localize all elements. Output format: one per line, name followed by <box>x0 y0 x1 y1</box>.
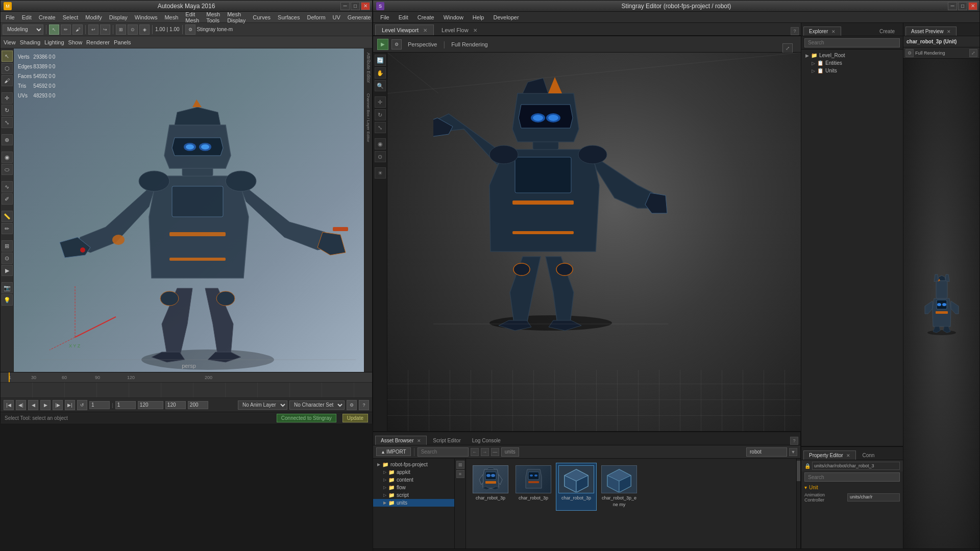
asset-search-input[interactable] <box>418 447 469 457</box>
undo-btn[interactable]: ↩ <box>88 24 99 35</box>
maya-menu-create[interactable]: Create <box>36 13 59 21</box>
nav-focus-btn[interactable]: ◉ <box>375 138 386 149</box>
close-asset-browser[interactable]: ✕ <box>417 438 421 443</box>
redo-btn[interactable]: ↪ <box>100 24 110 35</box>
maya-3d-viewport[interactable]: Verts 29386 0 0 Edges 83389 0 0 Faces 54… <box>14 48 364 373</box>
nav-forward-btn[interactable]: → <box>481 448 489 456</box>
explorer-item-units[interactable]: ▷ 📋 Units <box>801 67 903 74</box>
attribute-editor-label[interactable]: Attribute Editor <box>366 53 371 83</box>
maya-minimize-btn[interactable]: ─ <box>340 2 350 10</box>
tab-level-flow[interactable]: Level Flow ✕ <box>435 24 484 35</box>
step-fwd-btn[interactable]: |▶ <box>53 400 63 410</box>
sr-menu-help[interactable]: Help <box>469 13 488 21</box>
anim-help-btn[interactable]: ? <box>359 400 369 410</box>
play-back-btn[interactable]: ◀ <box>28 400 38 410</box>
maya-maximize-btn[interactable]: □ <box>351 2 360 10</box>
sr-menu-edit[interactable]: Edit <box>395 13 412 21</box>
anim-layer-select[interactable]: No Anim Layer <box>238 400 287 410</box>
paint-tool-btn[interactable]: ✏ <box>61 24 71 35</box>
asset-item-1[interactable]: char_robot_3p <box>513 463 554 511</box>
play-simulation-btn[interactable]: ▶ <box>377 39 388 50</box>
maya-menu-display[interactable]: Display <box>106 13 131 21</box>
brush-tool-btn[interactable]: 🖌 <box>72 24 83 35</box>
tab-explorer[interactable]: Explorer ✕ <box>803 27 841 36</box>
tab-connections[interactable]: Conn <box>857 451 879 460</box>
maya-menu-select[interactable]: Select <box>60 13 82 21</box>
loop-btn[interactable]: ↺ <box>77 400 87 410</box>
range-start[interactable] <box>165 401 186 409</box>
asset-item-3[interactable]: char_robot_3p_ene my <box>599 463 640 511</box>
sr-menu-file[interactable]: File <box>376 13 394 21</box>
scrollbar-thumb[interactable] <box>797 461 800 481</box>
tree-item-script[interactable]: ▷ 📁 script <box>373 491 454 499</box>
grid-view-btn[interactable]: ⊞ <box>456 461 464 469</box>
snap-grid-btn[interactable]: ⊞ <box>116 24 126 35</box>
preview-settings-btn[interactable]: ⚙ <box>905 49 914 57</box>
renderer-menu[interactable]: Renderer <box>86 39 110 45</box>
connected-to-stingray-btn[interactable]: Connected to Stingray <box>277 414 336 422</box>
maya-close-btn[interactable]: ✕ <box>361 2 370 10</box>
maya-menu-edit-mesh[interactable]: Edit Mesh <box>182 10 202 24</box>
maya-menu-surfaces[interactable]: Surfaces <box>275 13 303 21</box>
go-to-start-btn[interactable]: |◀ <box>4 400 14 410</box>
maya-menu-windows[interactable]: Windows <box>132 13 161 21</box>
snap-surface-btn[interactable]: ◈ <box>139 24 150 35</box>
play-btn[interactable]: ▶ <box>40 400 51 410</box>
step-back-btn[interactable]: ◀| <box>16 400 26 410</box>
asset-filter-input[interactable] <box>746 447 787 457</box>
tab-script-editor[interactable]: Script Editor <box>428 436 465 445</box>
snap-point-btn[interactable]: ⊙ <box>128 24 138 35</box>
stingray-maximize-btn[interactable]: □ <box>958 2 967 10</box>
property-path-input[interactable] <box>812 462 900 470</box>
scale-tool[interactable]: ⤡ <box>2 117 13 128</box>
start-frame-input[interactable] <box>115 401 136 409</box>
filter-options-btn[interactable]: ▼ <box>789 448 797 456</box>
property-search-input[interactable] <box>804 472 900 482</box>
anim-settings-btn[interactable]: ⚙ <box>347 400 357 410</box>
render-settings-btn[interactable]: ⚙ <box>185 24 195 35</box>
sculpt-tool[interactable]: ⬭ <box>2 164 13 175</box>
view-menu[interactable]: View <box>4 39 16 45</box>
nav-move-btn[interactable]: ✛ <box>375 96 386 108</box>
tab-create[interactable]: Create <box>874 27 900 36</box>
maya-menu-deform[interactable]: Deform <box>304 13 328 21</box>
maya-mode-select[interactable]: Modeling <box>3 24 43 35</box>
maya-menu-curves[interactable]: Curves <box>250 13 274 21</box>
asset-item-2[interactable]: char_robot_3p <box>556 463 597 511</box>
curve-tool[interactable]: ∿ <box>2 181 13 192</box>
show-menu[interactable]: Show <box>68 39 83 45</box>
annotation-tool[interactable]: ✏ <box>2 223 13 234</box>
update-btn[interactable]: Update <box>342 414 368 422</box>
timeline-ruler[interactable]: 1 30 60 90 120 200 <box>1 372 372 383</box>
asset-scrollbar[interactable] <box>796 459 800 548</box>
nav-snap-btn[interactable]: ⊙ <box>375 151 386 162</box>
unit-section-header[interactable]: ▾ Unit <box>804 485 900 490</box>
rotate-tool[interactable]: ↻ <box>2 105 13 116</box>
timeline-tracks[interactable] <box>1 383 372 398</box>
nav-rotate-btn[interactable]: ↻ <box>375 109 386 120</box>
nav-light-btn[interactable]: ☀ <box>375 167 386 179</box>
close-preview-tab[interactable]: ✕ <box>947 29 951 34</box>
soft-mod-tool[interactable]: ◉ <box>2 152 13 163</box>
settings-btn[interactable]: ⚙ <box>391 39 402 49</box>
asset-item-0[interactable]: char_robot_3p <box>470 463 511 511</box>
explorer-item-level-root[interactable]: ▶ 📁 Level_Root <box>801 52 903 59</box>
channel-box-label[interactable]: Channel Box / Layer Editor <box>366 93 371 142</box>
close-property-editor[interactable]: ✕ <box>846 453 850 458</box>
tab-log-console[interactable]: Log Console <box>467 436 506 445</box>
stingray-3d-viewport[interactable] <box>387 53 801 431</box>
measure-tool[interactable]: 📏 <box>2 211 13 222</box>
tab-level-viewport[interactable]: Level Viewport ✕ <box>375 24 434 35</box>
sr-menu-developer[interactable]: Developer <box>489 13 523 21</box>
lasso-tool[interactable]: ⬡ <box>2 63 13 74</box>
asset-browser-help-btn[interactable]: ? <box>790 437 798 445</box>
nav-scale-btn[interactable]: ⤡ <box>375 122 386 133</box>
expand-viewport-btn[interactable]: ⤢ <box>782 43 793 54</box>
sr-menu-create[interactable]: Create <box>413 13 438 21</box>
tree-item-appkit[interactable]: ▷ 📁 appkit <box>373 468 454 476</box>
move-tool[interactable]: ✛ <box>2 92 13 104</box>
maya-menu-file[interactable]: File <box>3 13 18 21</box>
explorer-search-input[interactable] <box>804 38 900 47</box>
pencil-tool[interactable]: ✐ <box>2 193 13 205</box>
close-explorer-tab[interactable]: ✕ <box>831 29 836 34</box>
